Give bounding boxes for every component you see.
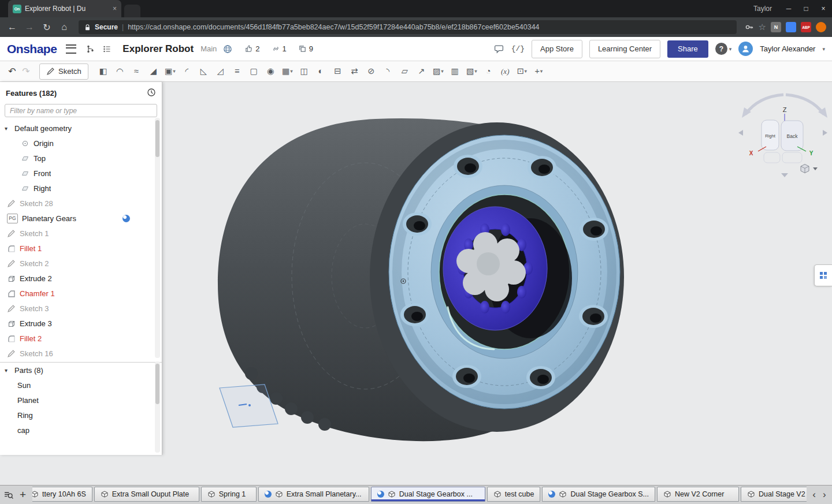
rollback-history-icon[interactable]: [147, 88, 156, 99]
workspace-label[interactable]: Main: [200, 44, 217, 53]
boundary-surface-icon[interactable]: ▥: [447, 64, 463, 79]
part-item-planet[interactable]: Planet: [0, 393, 162, 408]
tab-dual-stage-v2[interactable]: Dual Stage V2: [741, 487, 807, 502]
linear-pattern-icon[interactable]: ▦▾: [280, 64, 295, 79]
share-button[interactable]: Share: [667, 40, 708, 58]
view-cube-bottom-face[interactable]: [782, 152, 802, 163]
key-icon[interactable]: [745, 23, 754, 32]
boolean-icon[interactable]: ◐: [313, 64, 329, 79]
move-face-icon[interactable]: ↗: [414, 64, 429, 79]
delete-part-icon[interactable]: ⊘: [363, 64, 379, 79]
feature-item-sketch-28[interactable]: Sketch 28: [0, 196, 162, 211]
tab-extra-small-planetary[interactable]: Extra Small Planetary...: [258, 487, 369, 502]
featurescript-icon[interactable]: {/}: [511, 44, 525, 53]
mirror-icon[interactable]: ◫: [296, 64, 312, 79]
document-menu-icon[interactable]: [66, 44, 76, 54]
likes-count[interactable]: 2: [244, 44, 259, 53]
feature-item-planetary-gears[interactable]: PG Planetary Gears: [0, 211, 162, 226]
user-menu[interactable]: Taylor Alexander: [760, 44, 815, 53]
tab-new-v2-corner[interactable]: New V2 Corner: [657, 487, 739, 502]
home-button[interactable]: ⌂: [58, 22, 70, 32]
derived-icon[interactable]: ⊡▾: [514, 64, 530, 79]
draft-icon[interactable]: ◿: [213, 64, 228, 79]
chevron-down-icon[interactable]: ▾: [173, 69, 176, 74]
extension-blue-icon[interactable]: [786, 22, 796, 32]
links-count[interactable]: 1: [272, 44, 287, 53]
tab-battery-10ah-6s[interactable]: ttery 10Ah 6S: [32, 487, 92, 502]
feature-item-extrude-2[interactable]: Extrude 2: [0, 271, 162, 286]
avatar[interactable]: [738, 42, 753, 56]
filter-input[interactable]: [5, 104, 157, 117]
learning-center-button[interactable]: Learning Center: [589, 40, 660, 58]
feature-item-fillet-2[interactable]: Fillet 2: [0, 331, 162, 346]
extrude-icon[interactable]: ◧: [95, 64, 111, 79]
helix-icon[interactable]: ◔: [481, 64, 496, 79]
tab-extra-small-ouput-plate[interactable]: Extra Small Ouput Plate: [94, 487, 199, 502]
chevron-down-icon[interactable]: ▾: [291, 69, 293, 74]
copies-count[interactable]: 9: [298, 44, 313, 53]
undo-button[interactable]: ↶: [6, 66, 18, 77]
chevron-down-icon[interactable]: ▾: [5, 125, 10, 132]
variable-icon[interactable]: (x): [497, 64, 513, 79]
browser-profile-name[interactable]: Taylor: [753, 5, 772, 13]
forward-button[interactable]: →: [23, 22, 36, 32]
bookmark-star-icon[interactable]: ☆: [759, 22, 766, 32]
chamfer-icon[interactable]: ◺: [196, 64, 211, 79]
parts-scrollbar[interactable]: [155, 361, 160, 453]
adjacent-tab-stub[interactable]: [124, 5, 140, 17]
sheet-metal-icon[interactable]: ▧▾: [464, 64, 480, 79]
view-cube-bottom-face[interactable]: [764, 152, 780, 163]
offset-surface-icon[interactable]: ▨▾: [430, 64, 446, 79]
geometry-item-origin[interactable]: Origin: [0, 136, 162, 151]
close-button[interactable]: ×: [815, 0, 832, 17]
3d-viewport[interactable]: Z Right Back X Y: [162, 82, 832, 485]
minimize-button[interactable]: ─: [780, 0, 797, 17]
history-list-icon[interactable]: [102, 44, 112, 54]
tab-dual-stage-gearbox-s[interactable]: Dual Stage Gearbox S...: [542, 487, 655, 502]
feature-item-sketch-1[interactable]: Sketch 1: [0, 226, 162, 241]
chevron-down-icon[interactable]: ▾: [475, 69, 477, 74]
tab-test-cube[interactable]: test cube: [487, 487, 541, 502]
view-options-button[interactable]: [801, 165, 818, 173]
geometry-item-top[interactable]: Top: [0, 151, 162, 166]
delete-face-icon[interactable]: ▱: [397, 64, 413, 79]
parts-group[interactable]: ▾ Parts (8): [0, 363, 162, 378]
create-tab-button[interactable]: +: [17, 488, 29, 501]
revolve-icon[interactable]: ◠: [112, 64, 128, 79]
linked-document-icon[interactable]: [122, 215, 130, 222]
gearbox-model[interactable]: [218, 118, 624, 441]
split-icon[interactable]: ⊟: [330, 64, 346, 79]
chevron-down-icon[interactable]: ▾: [822, 46, 825, 52]
search-tabs-icon[interactable]: [4, 491, 14, 499]
rotate-down-button[interactable]: [781, 173, 788, 177]
scroll-tabs-right-button[interactable]: ›: [823, 489, 826, 501]
url-bar[interactable]: Secure | https://cad.onshape.com/documen…: [79, 20, 737, 34]
extension-abp-icon[interactable]: ABP: [801, 22, 811, 32]
browser-tab[interactable]: On Explorer Robot | Du ×: [8, 0, 121, 17]
maximize-button[interactable]: □: [797, 0, 815, 17]
rotate-right-button[interactable]: [823, 130, 827, 136]
chevron-down-icon[interactable]: ▾: [525, 69, 527, 74]
chevron-down-icon[interactable]: ▾: [441, 69, 444, 74]
redo-button[interactable]: ↷: [20, 66, 32, 77]
geometry-item-right[interactable]: Right: [0, 181, 162, 196]
back-button[interactable]: ←: [6, 22, 18, 32]
feature-item-extrude-3[interactable]: Extrude 3: [0, 316, 162, 331]
feature-item-chamfer-1[interactable]: Chamfer 1: [0, 286, 162, 301]
thicken-icon[interactable]: ▣▾: [162, 64, 178, 79]
scroll-tabs-left-button[interactable]: ‹: [812, 489, 816, 501]
rib-icon[interactable]: ≡: [229, 64, 245, 79]
rotate-left-button[interactable]: [738, 130, 743, 136]
chevron-down-icon[interactable]: ▾: [540, 69, 543, 74]
features-scrollbar[interactable]: [155, 118, 160, 358]
feature-item-sketch-3[interactable]: Sketch 3: [0, 301, 162, 316]
extension-n-icon[interactable]: N: [771, 22, 781, 32]
rotate-left-arrow[interactable]: [745, 95, 783, 114]
sweep-icon[interactable]: ≈: [129, 64, 144, 79]
versions-icon[interactable]: [86, 44, 96, 54]
default-geometry-group[interactable]: ▾ Default geometry: [0, 121, 162, 136]
custom-feature-icon[interactable]: +▾: [531, 64, 547, 79]
sketch-button[interactable]: Sketch: [39, 64, 88, 80]
help-icon[interactable]: ?: [715, 43, 727, 55]
feature-item-sketch-2[interactable]: Sketch 2: [0, 256, 162, 271]
